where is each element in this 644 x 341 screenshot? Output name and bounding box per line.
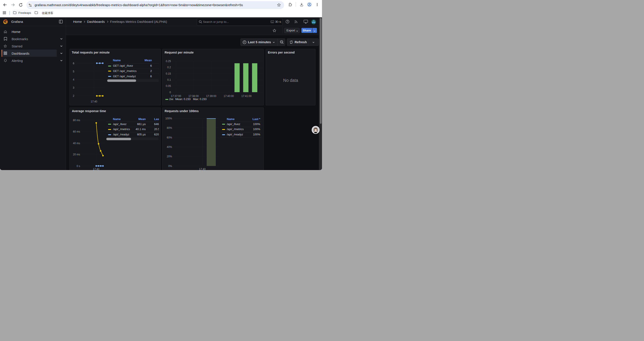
svg-text:5: 5: [73, 70, 74, 73]
svg-text:80%: 80%: [166, 126, 172, 129]
svg-text:17:37:00: 17:37:00: [171, 94, 181, 97]
svg-text:17:41:00: 17:41:00: [241, 94, 252, 97]
svg-text:17:40: 17:40: [199, 168, 206, 170]
svg-text:0: 0: [170, 91, 171, 94]
svg-text:6: 6: [73, 62, 74, 65]
svg-text:60%: 60%: [166, 136, 172, 139]
svg-text:60 ms: 60 ms: [73, 130, 80, 133]
svg-text:17:39:00: 17:39:00: [206, 94, 216, 97]
svg-text:0.2: 0.2: [167, 66, 171, 69]
svg-text:17:40:00: 17:40:00: [224, 94, 234, 97]
svg-text:17:40: 17:40: [90, 100, 97, 103]
svg-text:20 ms: 20 ms: [73, 153, 80, 156]
svg-text:0.05: 0.05: [166, 85, 171, 88]
svg-text:100%: 100%: [165, 117, 172, 120]
svg-text:80 ms: 80 ms: [73, 119, 80, 122]
svg-text:0.15: 0.15: [166, 72, 171, 75]
svg-text:0%: 0%: [168, 164, 172, 167]
svg-text:20%: 20%: [166, 155, 172, 158]
svg-text:40 ms: 40 ms: [73, 142, 80, 145]
svg-text:0 s: 0 s: [76, 164, 80, 167]
svg-text:4: 4: [73, 78, 74, 81]
svg-text:2: 2: [73, 94, 74, 97]
svg-text:0.25: 0.25: [166, 60, 171, 63]
svg-text:17:38:00: 17:38:00: [188, 94, 198, 97]
svg-text:17:40: 17:40: [93, 168, 99, 170]
svg-text:0.1: 0.1: [167, 78, 171, 81]
svg-text:40%: 40%: [166, 145, 172, 148]
svg-text:3: 3: [73, 86, 74, 89]
